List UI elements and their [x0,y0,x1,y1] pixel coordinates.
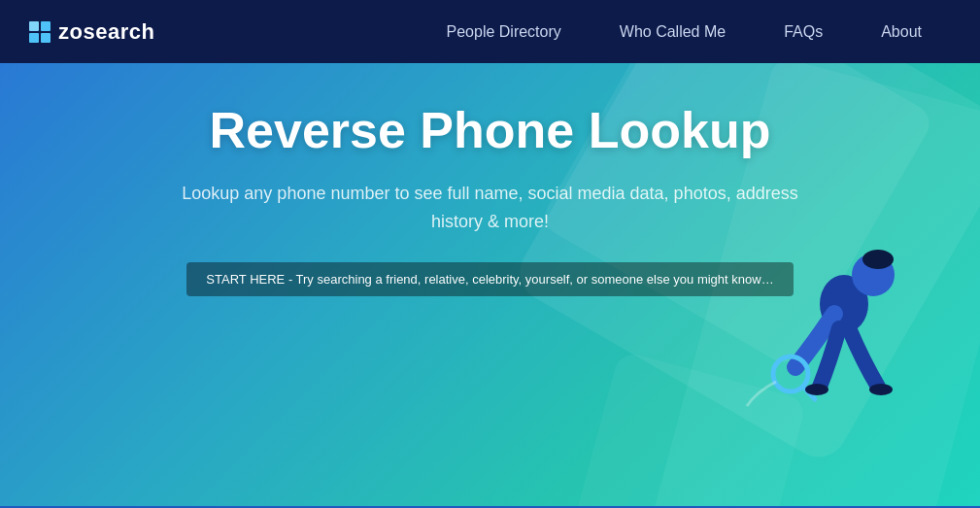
svg-point-6 [869,384,893,395]
hero-subtitle: Lookup any phone number to see full name… [160,180,821,236]
svg-point-5 [805,384,828,395]
start-banner: START HERE - Try searching a friend, rel… [186,262,793,296]
nav-links: People Directory Who Called Me FAQs Abou… [418,0,951,63]
nav-faqs[interactable]: FAQs [755,0,852,63]
hero-section: Reverse Phone Lookup Lookup any phone nu… [0,63,980,508]
logo-area[interactable]: zosearch [29,19,154,45]
navbar: zosearch People Directory Who Called Me … [0,0,980,63]
nav-people-directory[interactable]: People Directory [418,0,591,63]
hero-title: Reverse Phone Lookup [160,102,821,160]
logo-icon [29,21,51,43]
start-banner-text: START HERE - Try searching a friend, rel… [206,272,773,287]
nav-who-called-me[interactable]: Who Called Me [591,0,755,63]
nav-about[interactable]: About [852,0,951,63]
svg-point-2 [862,250,894,269]
logo-text: zosearch [58,19,154,45]
hero-content: Reverse Phone Lookup Lookup any phone nu… [160,102,821,296]
